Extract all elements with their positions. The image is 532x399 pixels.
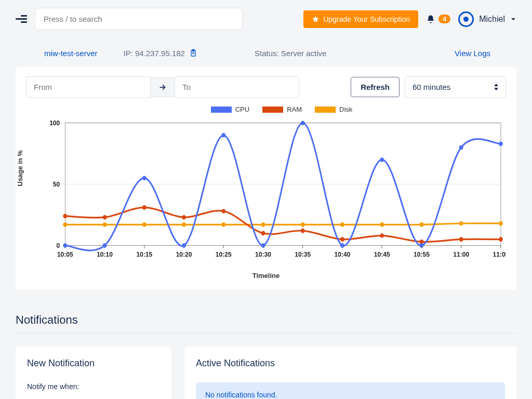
new-notification-title: New Notification <box>27 358 160 369</box>
svg-point-54 <box>340 237 344 242</box>
server-name-link[interactable]: miw-test-server <box>44 49 98 58</box>
svg-point-62 <box>182 243 186 248</box>
svg-text:10:40: 10:40 <box>335 251 351 258</box>
svg-point-52 <box>261 231 265 236</box>
svg-point-65 <box>301 121 305 125</box>
svg-point-55 <box>380 233 384 238</box>
date-to-input[interactable] <box>175 76 299 98</box>
star-icon <box>312 15 320 23</box>
arrow-right-icon <box>158 84 167 91</box>
legend-item[interactable]: RAM <box>262 105 302 113</box>
svg-text:10:55: 10:55 <box>414 251 430 258</box>
duration-select[interactable]: 60 minutes <box>405 76 506 98</box>
username-label: Michiel <box>479 15 505 24</box>
no-notifications-banner: No notifications found. <box>196 382 505 399</box>
select-arrows-icon <box>494 84 498 90</box>
svg-point-50 <box>182 215 186 220</box>
svg-point-70 <box>499 142 503 147</box>
notifications-heading: Notifications <box>16 313 516 327</box>
svg-text:10:05: 10:05 <box>57 251 73 258</box>
ip-text: IP: 94.237.95.182 <box>124 49 185 58</box>
svg-text:10:20: 10:20 <box>176 251 192 258</box>
svg-point-41 <box>301 222 305 227</box>
divider <box>16 333 516 334</box>
usage-chart: Usage in % 05010010:0510:1010:1510:2010:… <box>26 117 506 273</box>
svg-point-40 <box>261 222 265 227</box>
view-logs-link[interactable]: View Logs <box>455 49 490 58</box>
svg-point-51 <box>221 209 225 214</box>
chevron-down-icon <box>510 16 516 22</box>
svg-point-44 <box>419 222 423 227</box>
svg-point-69 <box>459 145 463 150</box>
logo-icon <box>458 11 474 27</box>
svg-text:10:45: 10:45 <box>374 251 390 258</box>
search-input[interactable] <box>35 8 243 30</box>
menu-toggle[interactable] <box>16 15 27 23</box>
upgrade-label: Upgrade Your Subscription <box>323 15 410 23</box>
legend-item[interactable]: Disk <box>315 105 352 113</box>
user-menu[interactable]: Michiel <box>458 11 516 27</box>
clipboard-icon[interactable] <box>189 48 197 58</box>
svg-point-47 <box>63 214 67 219</box>
svg-point-38 <box>182 222 186 227</box>
svg-point-61 <box>142 176 147 181</box>
svg-point-63 <box>221 133 225 138</box>
new-notification-card: New Notification Notify me when: <box>16 347 171 399</box>
svg-point-68 <box>419 243 423 248</box>
new-notification-text: Notify me when: <box>27 382 160 391</box>
chart-legend: CPURAMDisk <box>57 105 506 113</box>
svg-text:11:00: 11:00 <box>453 251 469 258</box>
svg-point-42 <box>340 222 344 227</box>
svg-point-58 <box>499 237 503 242</box>
notifications-button[interactable]: 4 <box>426 15 450 24</box>
chart-card: Refresh 60 minutes CPURAMDisk Usage in %… <box>16 67 516 290</box>
duration-value: 60 minutes <box>413 83 450 91</box>
server-ip: IP: 94.237.95.182 <box>124 48 197 58</box>
legend-item[interactable]: CPU <box>211 105 249 113</box>
active-notifications-card: Active Notifications No notifications fo… <box>184 347 516 399</box>
date-range-apply[interactable] <box>151 77 175 97</box>
svg-point-46 <box>499 221 503 226</box>
svg-point-45 <box>459 221 463 226</box>
svg-point-66 <box>340 243 344 248</box>
svg-point-67 <box>380 157 384 162</box>
svg-point-37 <box>142 222 147 227</box>
svg-text:10:35: 10:35 <box>295 251 311 258</box>
svg-text:10:15: 10:15 <box>136 251 152 258</box>
svg-text:10:30: 10:30 <box>255 251 271 258</box>
svg-point-59 <box>63 243 67 248</box>
svg-point-35 <box>63 222 67 227</box>
svg-point-64 <box>261 243 265 248</box>
svg-text:10:25: 10:25 <box>216 251 232 258</box>
svg-text:10:10: 10:10 <box>97 251 113 258</box>
svg-point-36 <box>103 222 107 227</box>
svg-text:100: 100 <box>49 119 60 127</box>
svg-point-39 <box>221 222 225 227</box>
svg-text:50: 50 <box>53 181 60 188</box>
bell-icon <box>426 15 435 24</box>
svg-point-60 <box>103 243 107 248</box>
active-notifications-title: Active Notifications <box>196 358 505 369</box>
svg-point-49 <box>142 205 147 210</box>
svg-text:11:05: 11:05 <box>493 251 506 258</box>
upgrade-button[interactable]: Upgrade Your Subscription <box>303 10 418 28</box>
svg-rect-1 <box>192 49 194 51</box>
svg-text:0: 0 <box>57 242 60 249</box>
svg-point-53 <box>301 229 305 233</box>
notification-badge: 4 <box>438 15 450 23</box>
refresh-button[interactable]: Refresh <box>351 77 400 97</box>
date-from-input[interactable] <box>26 76 151 98</box>
svg-point-43 <box>380 222 384 227</box>
server-status: Status: Server active <box>255 49 326 58</box>
svg-point-48 <box>103 215 107 220</box>
y-axis-label: Usage in % <box>16 150 24 186</box>
svg-point-57 <box>459 237 463 242</box>
